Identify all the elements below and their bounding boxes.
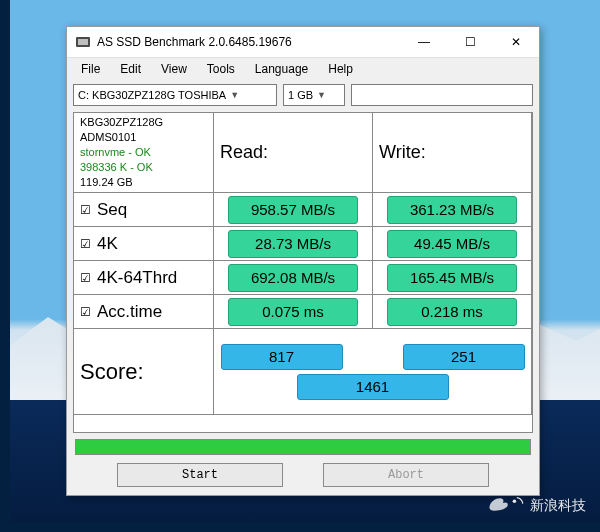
k4t-write-value: 165.45 MB/s: [387, 264, 517, 292]
minimize-button[interactable]: —: [401, 27, 447, 57]
watermark: 新浪科技: [488, 496, 586, 516]
checkbox-acc[interactable]: ☑: [80, 305, 91, 319]
abort-button[interactable]: Abort: [323, 463, 489, 487]
seq-read: 958.57 MB/s: [213, 192, 373, 227]
minimize-icon: —: [418, 35, 430, 49]
results-grid: KBG30ZPZ128G ADMS0101 stornvme - OK 3983…: [73, 112, 533, 433]
menu-view[interactable]: View: [153, 60, 195, 78]
progress-fill: [76, 440, 530, 454]
drive-model: KBG30ZPZ128G: [80, 115, 163, 130]
acc-write-value: 0.218 ms: [387, 298, 517, 326]
header-read: Read:: [213, 112, 373, 193]
test-size-select[interactable]: 1 GB ▼: [283, 84, 345, 106]
acc-read-value: 0.075 ms: [228, 298, 358, 326]
menu-tools[interactable]: Tools: [199, 60, 243, 78]
test-size-value: 1 GB: [288, 89, 313, 101]
toolbar: C: KBG30ZPZ128G TOSHIBA ▼ 1 GB ▼: [67, 80, 539, 110]
menu-file[interactable]: File: [73, 60, 108, 78]
drive-capacity: 119.24 GB: [80, 175, 133, 190]
k4-read-value: 28.73 MB/s: [228, 230, 358, 258]
titlebar[interactable]: AS SSD Benchmark 2.0.6485.19676 — ☐ ✕: [67, 27, 539, 58]
score-write: 251: [403, 344, 525, 370]
k4-text: 4K: [97, 234, 118, 254]
k4-write: 49.45 MB/s: [372, 226, 532, 261]
score-read: 817: [221, 344, 343, 370]
score-label: Score:: [73, 328, 214, 415]
chevron-down-icon: ▼: [230, 90, 239, 100]
k4t-read: 692.08 MB/s: [213, 260, 373, 295]
menu-help[interactable]: Help: [320, 60, 361, 78]
checkbox-4k64[interactable]: ☑: [80, 271, 91, 285]
close-icon: ✕: [511, 35, 521, 49]
app-icon: [75, 34, 91, 50]
k4t-write: 165.45 MB/s: [372, 260, 532, 295]
seq-write-value: 361.23 MB/s: [387, 196, 517, 224]
k4-write-value: 49.45 MB/s: [387, 230, 517, 258]
k4-read: 28.73 MB/s: [213, 226, 373, 261]
acc-read: 0.075 ms: [213, 294, 373, 329]
score-values: 817 251 1461: [213, 328, 532, 415]
drive-firmware: ADMS0101: [80, 130, 136, 145]
app-window: AS SSD Benchmark 2.0.6485.19676 — ☐ ✕ Fi…: [66, 26, 540, 496]
window-title: AS SSD Benchmark 2.0.6485.19676: [97, 35, 401, 49]
k4t-text: 4K-64Thrd: [97, 268, 177, 288]
seq-read-value: 958.57 MB/s: [228, 196, 358, 224]
start-button[interactable]: Start: [117, 463, 283, 487]
menu-edit[interactable]: Edit: [112, 60, 149, 78]
checkbox-seq[interactable]: ☑: [80, 203, 91, 217]
drive-info: KBG30ZPZ128G ADMS0101 stornvme - OK 3983…: [73, 112, 214, 193]
maximize-button[interactable]: ☐: [447, 27, 493, 57]
k4t-read-value: 692.08 MB/s: [228, 264, 358, 292]
progress-bar: [75, 439, 531, 455]
watermark-text: 新浪科技: [530, 497, 586, 515]
filter-input[interactable]: [351, 84, 533, 106]
svg-rect-1: [78, 39, 88, 45]
seq-write: 361.23 MB/s: [372, 192, 532, 227]
maximize-icon: ☐: [465, 35, 476, 49]
header-write: Write:: [372, 112, 532, 193]
seq-text: Seq: [97, 200, 127, 220]
button-row: Start Abort: [67, 457, 539, 495]
acc-write: 0.218 ms: [372, 294, 532, 329]
close-button[interactable]: ✕: [493, 27, 539, 57]
drive-alignment-status: 398336 K - OK: [80, 160, 153, 175]
drive-select[interactable]: C: KBG30ZPZ128G TOSHIBA ▼: [73, 84, 277, 106]
chevron-down-icon: ▼: [317, 90, 326, 100]
row-4k64-label: ☑4K-64Thrd: [73, 260, 214, 295]
row-acc-label: ☑Acc.time: [73, 294, 214, 329]
svg-point-2: [513, 499, 517, 503]
sina-logo-icon: [488, 496, 524, 516]
drive-driver-status: stornvme - OK: [80, 145, 151, 160]
menubar: File Edit View Tools Language Help: [67, 58, 539, 80]
score-total: 1461: [297, 374, 449, 400]
checkbox-4k[interactable]: ☑: [80, 237, 91, 251]
row-seq-label: ☑Seq: [73, 192, 214, 227]
drive-select-value: C: KBG30ZPZ128G TOSHIBA: [78, 89, 226, 101]
row-4k-label: ☑4K: [73, 226, 214, 261]
acc-text: Acc.time: [97, 302, 162, 322]
menu-language[interactable]: Language: [247, 60, 316, 78]
